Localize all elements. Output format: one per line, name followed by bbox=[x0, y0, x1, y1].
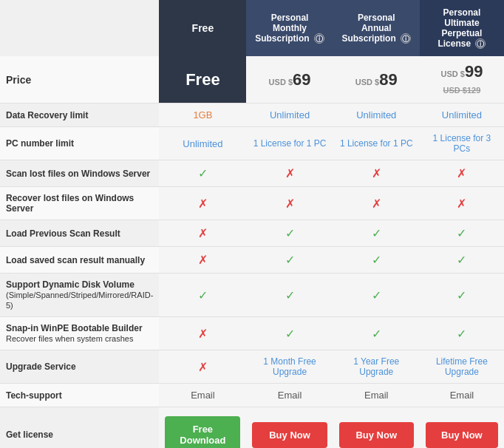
tech-support-free: Email bbox=[159, 384, 246, 407]
buy-now-monthly-button[interactable]: Buy Now bbox=[252, 422, 327, 448]
price-annual: USD $89 bbox=[333, 56, 420, 103]
dynamic-disk-monthly: ✓ bbox=[246, 274, 333, 317]
tech-support-monthly: Email bbox=[246, 384, 333, 407]
row-get-license: Get license Free Download Buy Now Buy No… bbox=[0, 407, 504, 449]
buy-now-ultimate-button[interactable]: Buy Now bbox=[426, 422, 498, 448]
pc-limit-free: Unlimited bbox=[159, 127, 246, 160]
data-recovery-annual: Unlimited bbox=[333, 103, 420, 127]
get-license-monthly-cell: Buy Now bbox=[246, 407, 333, 449]
row-data-recovery: Data Recovery limit 1GB Unlimited Unlimi… bbox=[0, 103, 504, 127]
price-label: Price bbox=[0, 56, 159, 103]
tech-support-ultimate: Email bbox=[420, 384, 504, 407]
monthly-info-icon[interactable]: ⓘ bbox=[314, 33, 324, 44]
buy-now-annual-button[interactable]: Buy Now bbox=[339, 422, 414, 448]
row-scan-windows-server: Scan lost files on Windows Server ✓ ✗ ✗ … bbox=[0, 160, 504, 187]
free-download-button[interactable]: Free Download bbox=[165, 416, 240, 448]
load-prev-monthly: ✓ bbox=[246, 220, 333, 247]
pc-limit-ultimate: 1 License for 3 PCs bbox=[420, 127, 504, 160]
dynamic-disk-annual: ✓ bbox=[333, 274, 420, 317]
pc-limit-monthly: 1 License for 1 PC bbox=[246, 127, 333, 160]
price-free: Free bbox=[159, 56, 246, 103]
load-prev-free: ✗ bbox=[159, 220, 246, 247]
recover-ws-ultimate: ✗ bbox=[420, 187, 504, 220]
load-prev-ultimate: ✓ bbox=[420, 220, 504, 247]
winpe-free: ✗ bbox=[159, 317, 246, 350]
recover-ws-monthly: ✗ bbox=[246, 187, 333, 220]
row-load-prev-scan-label: Load Previous Scan Result bbox=[0, 220, 159, 247]
recover-ws-annual: ✗ bbox=[333, 187, 420, 220]
header-free: Free bbox=[159, 0, 246, 56]
row-recover-ws-label: Recover lost files on Windows Server bbox=[0, 187, 159, 220]
data-recovery-monthly: Unlimited bbox=[246, 103, 333, 127]
load-saved-monthly: ✓ bbox=[246, 247, 333, 274]
row-upgrade-label: Upgrade Service bbox=[0, 350, 159, 384]
dynamic-disk-free: ✓ bbox=[159, 274, 246, 317]
row-load-saved-scan: Load saved scan result manually ✗ ✓ ✓ ✓ bbox=[0, 247, 504, 274]
winpe-monthly: ✓ bbox=[246, 317, 333, 350]
tech-support-annual: Email bbox=[333, 384, 420, 407]
row-winpe: Snap-in WinPE Bootable BuilderRecover fi… bbox=[0, 317, 504, 350]
ultimate-info-icon[interactable]: ⓘ bbox=[475, 38, 486, 49]
winpe-ultimate: ✓ bbox=[420, 317, 504, 350]
get-license-annual-cell: Buy Now bbox=[333, 407, 420, 449]
get-license-free-cell: Free Download bbox=[159, 407, 246, 449]
annual-info-icon[interactable]: ⓘ bbox=[401, 33, 411, 44]
scan-ws-monthly: ✗ bbox=[246, 160, 333, 187]
row-tech-support-label: Tech-support bbox=[0, 384, 159, 407]
row-load-saved-label: Load saved scan result manually bbox=[0, 247, 159, 274]
winpe-annual: ✓ bbox=[333, 317, 420, 350]
scan-ws-free: ✓ bbox=[159, 160, 246, 187]
recover-ws-free: ✗ bbox=[159, 187, 246, 220]
row-recover-windows-server: Recover lost files on Windows Server ✗ ✗… bbox=[0, 187, 504, 220]
scan-ws-ultimate: ✗ bbox=[420, 160, 504, 187]
price-row: Price Free USD $69 USD $89 USD $99 USD $… bbox=[0, 56, 504, 103]
dynamic-disk-ultimate: ✓ bbox=[420, 274, 504, 317]
load-saved-ultimate: ✓ bbox=[420, 247, 504, 274]
get-license-ultimate-cell: Buy Now bbox=[420, 407, 504, 449]
upgrade-free: ✗ bbox=[159, 350, 246, 384]
header-ultimate: Personal Ultimate Perpetual License ⓘ bbox=[420, 0, 504, 56]
row-scan-windows-server-label: Scan lost files on Windows Server bbox=[0, 160, 159, 187]
header-empty bbox=[0, 0, 159, 56]
data-recovery-ultimate: Unlimited bbox=[420, 103, 504, 127]
row-data-recovery-label: Data Recovery limit bbox=[0, 103, 159, 127]
load-prev-annual: ✓ bbox=[333, 220, 420, 247]
upgrade-monthly: 1 Month Free Upgrade bbox=[246, 350, 333, 384]
scan-ws-annual: ✗ bbox=[333, 160, 420, 187]
load-saved-free: ✗ bbox=[159, 247, 246, 274]
row-dynamic-disk: Support Dynamic Disk Volume(Simple/Spann… bbox=[0, 274, 504, 317]
header-monthly: Personal Monthly Subscription ⓘ bbox=[246, 0, 333, 56]
row-pc-limit-label: PC number limit bbox=[0, 127, 159, 160]
upgrade-ultimate: Lifetime Free Upgrade bbox=[420, 350, 504, 384]
load-saved-annual: ✓ bbox=[333, 247, 420, 274]
row-dynamic-disk-label: Support Dynamic Disk Volume(Simple/Spann… bbox=[0, 274, 159, 317]
upgrade-annual: 1 Year Free Upgrade bbox=[333, 350, 420, 384]
price-monthly: USD $69 bbox=[246, 56, 333, 103]
price-ultimate: USD $99 USD $129 bbox=[420, 56, 504, 103]
row-upgrade-service: Upgrade Service ✗ 1 Month Free Upgrade 1… bbox=[0, 350, 504, 384]
get-license-label: Get license bbox=[0, 407, 159, 449]
pc-limit-annual: 1 License for 1 PC bbox=[333, 127, 420, 160]
row-pc-limit: PC number limit Unlimited 1 License for … bbox=[0, 127, 504, 160]
row-tech-support: Tech-support Email Email Email Email bbox=[0, 384, 504, 407]
row-load-previous-scan: Load Previous Scan Result ✗ ✓ ✓ ✓ bbox=[0, 220, 504, 247]
header-annual: Personal Annual Subscription ⓘ bbox=[333, 0, 420, 56]
data-recovery-free: 1GB bbox=[159, 103, 246, 127]
row-winpe-label: Snap-in WinPE Bootable BuilderRecover fi… bbox=[0, 317, 159, 350]
